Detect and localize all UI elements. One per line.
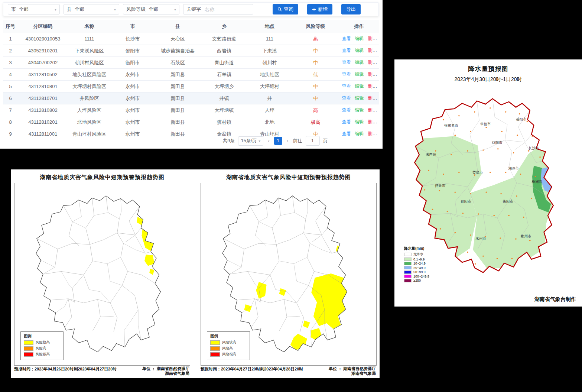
edit-link[interactable]: 编辑 <box>355 119 364 124</box>
precip-map-panel: 降水量预报图 2023年4月30日20时-1日20时 张家界市 常德市 岳阳市 … <box>394 59 582 307</box>
edit-link[interactable]: 编辑 <box>355 48 364 53</box>
edit-link[interactable]: 编辑 <box>355 36 364 41</box>
edit-link[interactable]: 编辑 <box>355 60 364 65</box>
page-number-button[interactable]: 1 <box>274 137 282 145</box>
edit-link[interactable]: 编辑 <box>355 72 364 77</box>
rain-light <box>412 136 482 258</box>
delete-link[interactable]: 删除 <box>368 36 377 41</box>
page-size-select[interactable]: 15条/页 ▾ <box>238 136 263 146</box>
legend-swatch <box>404 270 412 274</box>
goto-page-input[interactable] <box>306 136 320 146</box>
trend-map-title: 湖南省地质灾害气象风险中短期预警预报趋势图 <box>13 174 191 181</box>
delete-link[interactable]: 删除 <box>368 72 377 77</box>
export-button[interactable]: 导出 <box>341 4 361 14</box>
table-row: 843112810201 北地风险区永州市 新田县骥村镇 北地极高 查看编辑删除 <box>3 116 379 128</box>
trend-map-footer: 预报时间：2023年04月26日20时到2023年04月27日20时 单位 ： … <box>14 366 190 377</box>
view-link[interactable]: 查看 <box>342 95 351 101</box>
svg-text:永州市: 永州市 <box>475 236 486 240</box>
svg-text:衡阳市: 衡阳市 <box>503 199 514 203</box>
issuing-unit: 单位 ： 湖南省自然资源厅 湖南省气象局 <box>142 366 190 376</box>
svg-text:益阳市: 益阳市 <box>492 140 503 145</box>
trend-maps-panel: 湖南省地质灾害气象风险中短期预警预报趋势图 图例 风险较高 风险高 风险很高 <box>11 169 380 378</box>
table-header-row: 序号 分区编码 名称 市 县 乡 地点 风险等级 操作 <box>3 20 379 33</box>
view-link[interactable]: 查看 <box>342 119 351 124</box>
view-link[interactable]: 查看 <box>342 36 351 41</box>
goto-label: 前往 <box>293 138 302 144</box>
svg-text:怀化市: 怀化市 <box>435 184 446 188</box>
table-row: 743112810802 人坪风险区永州市 新田县大坪塘镇 人坪高 查看编辑删除 <box>3 104 379 116</box>
province-shape <box>222 196 347 352</box>
table-row: 14301029010053 1111长沙市 天心区文艺路街道 111高 查看编… <box>3 33 379 45</box>
view-link[interactable]: 查看 <box>342 84 351 89</box>
delete-link[interactable]: 删除 <box>368 107 377 113</box>
trend-map-footer: 预报时间：2023年04月27日20时到2023年04月28日20时 单位 ： … <box>201 366 377 377</box>
legend-swatch <box>210 346 220 351</box>
filter-bar: 市 全部 ▾ 县 全部 ▾ 风险等级 全部 ▾ 关键字 查询 <box>3 2 379 16</box>
legend-swatch <box>210 340 220 345</box>
prev-page-button[interactable]: ‹ <box>267 138 271 144</box>
legend-swatch <box>404 279 412 282</box>
risk-filter-label: 风险等级 <box>126 6 146 13</box>
risk-badge: 中 <box>292 45 339 57</box>
svg-text:邵阳市: 邵阳市 <box>461 199 472 203</box>
risk-badge: 高 <box>292 33 339 45</box>
view-link[interactable]: 查看 <box>342 60 351 65</box>
map-credit: 湖南省气象台制作 <box>534 296 576 303</box>
city-select[interactable]: 市 全部 ▾ <box>8 4 60 14</box>
city-filter-label: 市 <box>11 6 16 13</box>
chevron-down-icon: ▾ <box>55 7 56 12</box>
forecast-time: 预报时间：2023年04月26日20时到2023年04月27日20时 <box>14 366 117 372</box>
delete-link[interactable]: 删除 <box>368 95 377 101</box>
plus-icon <box>312 7 316 12</box>
table-row: 543112810801 大坪塘村风险区永州市 新田县大坪塘乡 大坪塘村中 查看… <box>3 81 379 93</box>
risk-badge: 高 <box>292 104 339 116</box>
table-row: 643112810701 井风险区永州市 新田县井镇 井中 查看编辑删除 <box>3 93 379 104</box>
delete-link[interactable]: 删除 <box>368 131 377 136</box>
legend-swatch <box>24 352 33 357</box>
view-link[interactable]: 查看 <box>342 48 351 53</box>
svg-text:湘西州: 湘西州 <box>426 152 436 156</box>
next-page-button[interactable]: › <box>286 138 290 144</box>
edit-link[interactable]: 编辑 <box>355 95 364 101</box>
legend-swatch <box>404 253 412 256</box>
risk-badge: 中 <box>292 57 339 69</box>
svg-text:岳阳市: 岳阳市 <box>516 117 527 121</box>
legend-swatch <box>404 262 412 265</box>
svg-text:长沙市: 长沙市 <box>529 146 539 150</box>
add-button[interactable]: 新增 <box>307 4 332 14</box>
risk-badge: 低 <box>292 69 339 81</box>
trend-map-card-2: 湖南省地质灾害气象风险中短期预警预报趋势图 图例 <box>200 171 377 377</box>
precip-legend: 降水量(mm) 无降水 0.1~9.9 10~24.9 25~49.9 50~9… <box>402 244 432 285</box>
county-select[interactable]: 县 全部 ▾ <box>64 4 119 14</box>
edit-link[interactable]: 编辑 <box>355 131 364 136</box>
svg-text:株洲市: 株洲市 <box>531 179 542 184</box>
legend-swatch <box>210 352 220 357</box>
rain-intense-spot <box>548 169 553 174</box>
delete-link[interactable]: 删除 <box>368 119 377 124</box>
view-link[interactable]: 查看 <box>342 107 351 113</box>
search-button[interactable]: 查询 <box>273 4 298 14</box>
edit-link[interactable]: 编辑 <box>355 107 364 113</box>
delete-link[interactable]: 删除 <box>368 60 377 65</box>
delete-link[interactable]: 删除 <box>368 48 377 53</box>
trend-map-frame: 图例 风险较高 风险高 风险很高 <box>201 183 377 366</box>
chevron-down-icon: ▾ <box>259 139 260 143</box>
keyword-label: 关键字 <box>186 6 201 13</box>
legend-swatch <box>404 275 412 278</box>
keyword-input[interactable] <box>204 6 250 13</box>
risk-badge: 中 <box>292 81 339 93</box>
risk-level-select[interactable]: 风险等级 全部 ▾ <box>123 4 179 14</box>
view-link[interactable]: 查看 <box>342 131 351 136</box>
pagination: 共9条 15条/页 ▾ ‹ 1 › 前往 页 <box>223 136 328 146</box>
view-link[interactable]: 查看 <box>342 72 351 77</box>
goto-unit: 页 <box>323 138 328 144</box>
risk-zone-panel: 市 全部 ▾ 县 全部 ▾ 风险等级 全部 ▾ 关键字 查询 <box>0 0 383 149</box>
delete-link[interactable]: 删除 <box>368 84 377 89</box>
total-count: 共9条 <box>223 138 235 144</box>
search-icon <box>277 7 282 12</box>
table-row: 343040700202 朝川村风险区衡阳市 石鼓区青山街道 朝川村中 查看编辑… <box>3 57 379 69</box>
trend-map-title: 湖南省地质灾害气象风险中短期预警预报趋势图 <box>200 174 377 181</box>
issuing-unit: 单位 ： 湖南省自然资源厅 湖南省气象局 <box>329 366 377 376</box>
chevron-down-icon: ▾ <box>174 7 176 12</box>
edit-link[interactable]: 编辑 <box>355 84 364 89</box>
